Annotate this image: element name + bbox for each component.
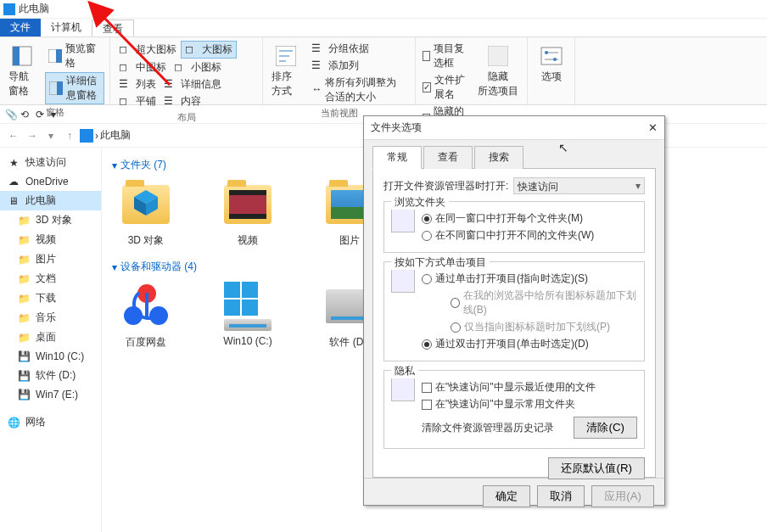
svg-point-15: [553, 58, 557, 61]
radio-same-window[interactable]: 在同一窗口中打开每个文件夹(M): [422, 211, 637, 226]
nav-pane-icon: [8, 42, 36, 70]
hide-selected-button[interactable]: 隐藏 所选项目: [474, 41, 522, 100]
sidebar-item-label: 视频: [36, 232, 56, 247]
sidebar-item[interactable]: 📁音乐: [0, 308, 101, 328]
radio-underline-hover: 仅当指向图标标题时加下划线(P): [451, 320, 637, 334]
radio-underline-all: 在我的浏览器中给所有图标标题加下划线(B): [451, 288, 637, 317]
check-recent-files[interactable]: 在"快速访问"中显示最近使用的文件: [422, 380, 637, 395]
radio-double-click[interactable]: 通过双击打开项目(单击时选定)(D): [422, 337, 637, 351]
restore-defaults-button[interactable]: 还原默认值(R): [548, 457, 645, 479]
tab-view[interactable]: 查看: [423, 146, 473, 169]
details-icon: [49, 81, 63, 95]
folder-icon: 📁: [17, 311, 31, 325]
open-label: 打开文件资源管理器时打开:: [384, 179, 508, 193]
folder-icon: 📁: [17, 233, 31, 247]
sidebar-item-label: 快速访问: [25, 155, 66, 170]
clear-label: 清除文件资源管理器历史记录: [422, 421, 554, 435]
folder-3d[interactable]: 3D 对象: [112, 179, 180, 248]
titlebar: 此电脑: [0, 0, 767, 19]
back-button[interactable]: ←: [5, 127, 22, 144]
check-frequent-folders[interactable]: 在"快速访问"中显示常用文件夹: [422, 397, 637, 412]
open-select[interactable]: 快速访问: [513, 177, 645, 194]
menubar: 文件 计算机 查看: [0, 19, 767, 37]
sidebar-item-label: 网络: [25, 415, 46, 429]
sidebar-item-label: 3D 对象: [36, 213, 72, 227]
breadcrumb[interactable]: 此电脑: [100, 128, 131, 143]
preview-pane-button[interactable]: 预览窗格: [45, 41, 104, 71]
checkbox-item-checkboxes[interactable]: 项目复选框: [421, 41, 469, 71]
sidebar-item-label: 文档: [36, 272, 56, 286]
breadcrumb-sep: ›: [95, 130, 98, 142]
ribbon-group-pane: 导航窗格 预览窗格 详细信息窗格 窗格: [0, 37, 110, 104]
layout-list[interactable]: ☰列表: [115, 76, 160, 92]
layout-xl[interactable]: ◻超大图标: [115, 41, 180, 59]
layout-details[interactable]: ☰详细信息: [160, 76, 225, 92]
sort-button[interactable]: 排序方式: [268, 41, 303, 100]
sidebar-item[interactable]: ★快速访问: [0, 153, 101, 172]
sidebar-item[interactable]: 📁文档: [0, 269, 101, 288]
sidebar-item[interactable]: 🖥此电脑: [0, 191, 101, 210]
ribbon-group-options: 选项: [528, 37, 575, 104]
autosize-button[interactable]: ↔将所有列调整为合适的大小: [308, 75, 410, 105]
click-icon: [391, 269, 415, 293]
up-button[interactable]: ↑: [61, 127, 78, 144]
folder-options-dialog: 文件夹选项 ✕ 常规 查看 搜索 打开文件资源管理器时打开: 快速访问 浏览文件…: [363, 115, 665, 506]
apply-button[interactable]: 应用(A): [591, 485, 654, 507]
undo-icon[interactable]: ⟲: [20, 109, 32, 120]
radio-diff-window[interactable]: 在不同窗口中打开不同的文件夹(W): [422, 228, 637, 243]
radio-single-click[interactable]: 通过单击打开项目(指向时选定)(S): [422, 272, 637, 286]
menutab-file[interactable]: 文件: [0, 19, 41, 36]
drive-c[interactable]: Win10 (C:): [214, 281, 282, 350]
tab-search[interactable]: 搜索: [474, 146, 523, 169]
sidebar-item[interactable]: 🌐网络: [0, 412, 101, 432]
drive-icon: 💾: [17, 369, 31, 383]
ribbon-group-layout: ◻超大图标 ◻大图标 ◻中图标 ◻小图标 ☰列表 ☰详细信息 ◻平铺 ☰内容 布…: [110, 37, 263, 104]
folder-icon: 📁: [17, 272, 31, 286]
history-dropdown[interactable]: ▾: [42, 127, 59, 144]
sidebar-item[interactable]: 💾Win10 (C:): [0, 347, 101, 366]
sidebar-item[interactable]: 💾软件 (D:): [0, 366, 101, 385]
tab-panel-general: 打开文件资源管理器时打开: 快速访问 浏览文件夹 在同一窗口中打开每个文件夹(M…: [372, 169, 656, 478]
sidebar-item[interactable]: 📁下载: [0, 288, 101, 308]
sidebar-item-label: 软件 (D:): [36, 368, 76, 383]
sidebar-item[interactable]: 📁图片: [0, 249, 101, 269]
sidebar-item[interactable]: 💾Win7 (E:): [0, 385, 101, 404]
sidebar-item-label: 下载: [36, 291, 56, 305]
svg-rect-1: [13, 47, 20, 65]
tab-general[interactable]: 常规: [372, 146, 422, 169]
nav-pane-button[interactable]: 导航窗格: [5, 41, 40, 100]
sidebar-item[interactable]: 📁3D 对象: [0, 210, 101, 230]
details-pane-button[interactable]: 详细信息窗格: [45, 72, 104, 104]
pc-icon: [80, 129, 93, 143]
layout-tile[interactable]: ◻平铺: [115, 93, 160, 109]
sidebar-item[interactable]: ☁OneDrive: [0, 172, 101, 191]
ribbon-group-showhide: 项目复选框 文件扩展名 隐藏的项目 隐藏 所选项目 显示/隐藏: [416, 37, 528, 104]
menutab-computer[interactable]: 计算机: [41, 19, 92, 36]
sidebar-item[interactable]: 📁桌面: [0, 328, 101, 347]
groupby-button[interactable]: ☰分组依据: [308, 41, 410, 57]
options-button[interactable]: 选项: [533, 41, 569, 86]
folder-video[interactable]: 视频: [214, 179, 282, 248]
layout-content[interactable]: ☰内容: [160, 93, 204, 109]
close-button[interactable]: ✕: [648, 121, 658, 134]
pin-icon[interactable]: 📎: [5, 109, 17, 120]
sidebar[interactable]: ★快速访问☁OneDrive🖥此电脑📁3D 对象📁视频📁图片📁文档📁下载📁音乐📁…: [0, 148, 102, 532]
star-icon: ★: [7, 156, 20, 170]
chevron-down-icon[interactable]: ▾: [51, 109, 56, 120]
ok-button[interactable]: 确定: [483, 485, 530, 507]
cursor-icon: ↖: [558, 141, 568, 154]
pc-icon: 🖥: [7, 194, 20, 208]
addcol-button[interactable]: ☰添加列: [308, 58, 410, 74]
cancel-button[interactable]: 取消: [537, 485, 585, 507]
menutab-view[interactable]: 查看: [92, 20, 134, 36]
layout-md[interactable]: ◻中图标: [115, 59, 170, 76]
redo-icon[interactable]: ⟳: [36, 109, 48, 120]
fwd-button[interactable]: →: [24, 127, 41, 144]
drive-baidu[interactable]: 百度网盘: [112, 281, 180, 350]
layout-lg[interactable]: ◻大图标: [181, 41, 237, 59]
ribbon-group-view: 排序方式 ☰分组依据 ☰添加列 ↔将所有列调整为合适的大小 当前视图: [263, 37, 416, 104]
checkbox-file-ext[interactable]: 文件扩展名: [421, 72, 469, 103]
sidebar-item[interactable]: 📁视频: [0, 230, 101, 249]
layout-sm[interactable]: ◻小图标: [171, 59, 225, 76]
clear-button[interactable]: 清除(C): [574, 417, 637, 439]
